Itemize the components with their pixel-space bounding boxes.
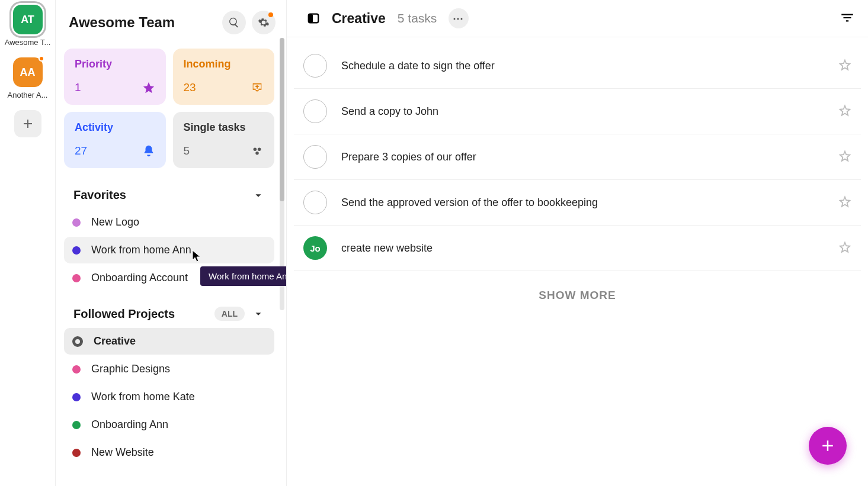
task-row[interactable]: Prepare 3 copies of our offer — [294, 134, 861, 180]
project-name: New Website — [91, 446, 154, 459]
filter-icon — [840, 10, 855, 25]
workspace-label: Awesome T... — [3, 38, 53, 47]
inbox-icon — [251, 81, 264, 94]
star-outline-icon — [838, 150, 851, 163]
incoming-card[interactable]: Incoming 23 — [173, 49, 275, 105]
star-button[interactable] — [838, 59, 851, 73]
dots-icon — [251, 144, 264, 157]
project-name: New Logo — [91, 216, 139, 228]
task-list: Schedule a date to sign the offerSend a … — [287, 37, 868, 277]
workspace-label: Another A... — [3, 91, 53, 99]
favorites-header[interactable]: Favorites — [60, 180, 278, 208]
task-row[interactable]: Send the approved version of the offer t… — [294, 180, 861, 226]
favorite-item[interactable]: New Logo — [64, 209, 274, 236]
sidebar-header-icons — [222, 11, 276, 34]
project-color-dot — [72, 246, 81, 255]
workspace-initials: AA — [20, 66, 36, 79]
followed-item[interactable]: Work from home Kate — [64, 384, 274, 410]
project-color-dot — [72, 449, 81, 457]
plus-icon — [819, 437, 837, 455]
star-button[interactable] — [838, 195, 851, 210]
task-title: create new website — [341, 242, 824, 255]
star-button[interactable] — [838, 104, 851, 119]
task-row[interactable]: Jocreate new website — [294, 226, 861, 271]
card-count: 1 — [75, 81, 81, 94]
team-title: Awesome Team — [69, 14, 175, 31]
notification-dot-icon — [268, 12, 273, 17]
card-count: 27 — [75, 144, 87, 157]
svg-point-2 — [255, 152, 259, 155]
panel-toggle-icon[interactable] — [307, 12, 320, 25]
project-name: Graphic Designs — [91, 363, 170, 375]
task-title: Schedule a date to sign the offer — [341, 60, 824, 72]
main-header: Creative 5 tasks ⋯ — [287, 0, 868, 37]
project-name: Creative — [94, 335, 136, 347]
search-button[interactable] — [222, 11, 246, 34]
workspace-item[interactable]: AA Another A... — [3, 57, 53, 99]
star-button[interactable] — [838, 241, 851, 256]
sidebar: Awesome Team Priority 1 Incoming — [56, 0, 287, 486]
star-filled-icon — [142, 81, 155, 94]
project-color-dot — [72, 218, 81, 227]
settings-button[interactable] — [252, 11, 276, 34]
bell-icon — [142, 144, 155, 157]
task-checkbox[interactable] — [303, 191, 327, 214]
more-icon: ⋯ — [453, 12, 465, 25]
all-chip[interactable]: ALL — [214, 307, 245, 321]
workspace-item[interactable]: AT Awesome T... — [3, 5, 53, 47]
task-row[interactable]: Schedule a date to sign the offer — [294, 43, 861, 89]
search-icon — [228, 17, 240, 28]
project-name: Onboarding Account — [91, 272, 188, 284]
project-color-dot — [72, 421, 81, 429]
star-outline-icon — [838, 104, 851, 117]
task-title: Send the approved version of the offer t… — [341, 197, 824, 209]
project-name: Work from home Ann — [91, 244, 191, 256]
project-color-dot — [72, 274, 81, 282]
card-title: Activity — [75, 121, 155, 134]
card-count: 5 — [184, 144, 190, 157]
show-more-button[interactable]: SHOW MORE — [287, 277, 868, 314]
task-row[interactable]: Send a copy to John — [294, 89, 861, 134]
task-count: 5 tasks — [398, 11, 437, 25]
followed-item[interactable]: New Website — [64, 439, 274, 466]
card-title: Single tasks — [184, 121, 264, 134]
assignee-avatar[interactable]: Jo — [303, 236, 327, 260]
chevron-down-icon — [252, 189, 265, 202]
project-color-dot — [72, 365, 81, 374]
project-name: Onboarding Ann — [91, 419, 168, 431]
task-checkbox[interactable] — [303, 145, 327, 169]
card-title: Incoming — [184, 58, 264, 70]
workspace-initials: AT — [21, 14, 34, 26]
workspace-avatar: AA — [13, 57, 43, 87]
task-title: Prepare 3 copies of our offer — [341, 151, 824, 163]
task-title: Send a copy to John — [341, 105, 824, 118]
followed-item[interactable]: Creative — [64, 328, 274, 355]
single-tasks-card[interactable]: Single tasks 5 — [173, 112, 275, 168]
more-button[interactable]: ⋯ — [449, 8, 469, 28]
workspace-rail: AT Awesome T... AA Another A... — [0, 0, 56, 486]
project-title: Creative — [332, 11, 386, 27]
workspace-avatar: AT — [13, 5, 43, 34]
notification-dot-icon — [39, 56, 44, 62]
followed-header[interactable]: Followed Projects ALL — [60, 298, 278, 327]
followed-list: CreativeGraphic DesignsWork from home Ka… — [60, 327, 278, 473]
add-task-fab[interactable] — [809, 427, 847, 465]
add-workspace-button[interactable] — [14, 110, 41, 137]
followed-item[interactable]: Graphic Designs — [64, 356, 274, 382]
sidebar-scroll[interactable]: Priority 1 Incoming 23 Activity 27 — [56, 40, 286, 486]
favorite-item[interactable]: Onboarding Account — [64, 265, 274, 291]
favorite-item[interactable]: Work from home Ann — [64, 237, 274, 263]
plus-icon — [21, 117, 35, 131]
priority-card[interactable]: Priority 1 — [64, 49, 166, 105]
task-checkbox[interactable] — [303, 99, 327, 123]
task-checkbox[interactable] — [303, 54, 327, 78]
sidebar-header: Awesome Team — [56, 0, 286, 40]
gear-icon — [258, 17, 270, 28]
activity-card[interactable]: Activity 27 — [64, 112, 166, 168]
filter-button[interactable] — [840, 10, 855, 27]
star-button[interactable] — [838, 150, 851, 165]
stat-cards: Priority 1 Incoming 23 Activity 27 — [60, 45, 278, 180]
card-count: 23 — [184, 81, 196, 94]
followed-item[interactable]: Onboarding Ann — [64, 411, 274, 438]
project-color-dot — [72, 393, 81, 401]
